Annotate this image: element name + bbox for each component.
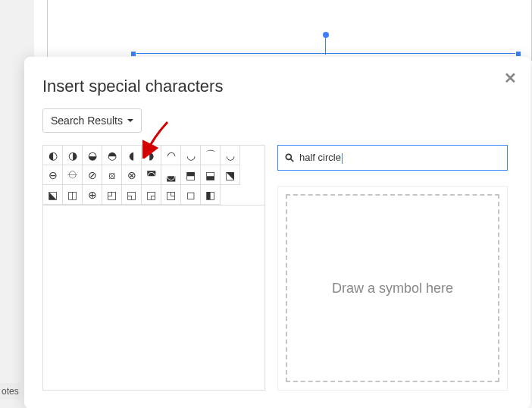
chevron-down-icon [127,119,133,122]
grid-empty-area [42,206,265,391]
char-cell[interactable]: ◲ [141,184,161,205]
char-cell[interactable]: ◱ [121,184,142,205]
draw-prompt: Draw a symbol here [332,281,453,297]
char-cell[interactable]: ⦵ [62,165,83,185]
char-cell[interactable]: ◡ [180,145,201,165]
svg-line-1 [291,159,294,162]
char-cell[interactable]: ◰ [102,184,122,205]
search-box[interactable]: half circle [277,145,508,171]
char-cell[interactable]: ⊗ [121,165,142,185]
dropdown-label: Search Results [51,115,123,127]
search-icon [284,152,295,163]
notes-tab: otes [0,383,20,400]
char-cell[interactable]: ⌒ [200,145,221,165]
char-cell[interactable]: ◚ [141,165,161,185]
char-cell[interactable]: ⬔ [220,165,240,185]
character-grid: ◐ ◑ ◒ ◓ ◖ ◗ ◠ ◡ ⌒ ◡ ⊖ ⦵ ⊘ ⦻ ⊗ ◚ [42,145,265,206]
char-cell[interactable]: ⬕ [42,184,63,205]
char-cell[interactable]: ◡ [220,145,240,165]
char-cell[interactable]: ◻ [180,184,201,205]
char-cell[interactable]: ⬒ [180,165,201,185]
char-cell[interactable]: ◧ [200,184,221,205]
char-cell[interactable]: ⬓ [200,165,221,185]
char-cell[interactable]: ◠ [161,145,181,165]
char-cell[interactable]: ◗ [141,145,161,165]
char-cell[interactable]: ◓ [102,145,122,165]
page-outline [47,0,532,61]
draw-symbol-area[interactable]: Draw a symbol here [277,186,508,391]
char-cell[interactable]: ⦻ [102,165,122,185]
char-cell[interactable]: ◛ [161,165,181,185]
char-cell[interactable]: ◳ [161,184,181,205]
close-icon[interactable]: ✕ [504,69,517,87]
char-cell[interactable]: ◑ [62,145,83,165]
insert-special-characters-dialog: ✕ Insert special characters Search Resul… [24,57,530,408]
category-dropdown[interactable]: Search Results [42,108,142,133]
anchor-handle[interactable] [323,32,329,38]
search-input[interactable]: half circle [299,152,501,164]
char-cell[interactable]: ◒ [82,145,102,165]
svg-point-0 [286,154,291,159]
char-cell[interactable]: ◖ [121,145,142,165]
char-cell[interactable]: ⊘ [82,165,102,185]
char-cell[interactable]: ⊖ [42,165,63,185]
char-cell[interactable]: ◫ [62,184,83,205]
anchor-line [325,38,326,55]
resize-handle[interactable] [130,51,136,57]
char-cell[interactable]: ◐ [42,145,63,165]
resize-handle[interactable] [515,51,521,57]
dialog-title: Insert special characters [42,77,512,96]
char-cell[interactable]: ⊕ [82,184,102,205]
